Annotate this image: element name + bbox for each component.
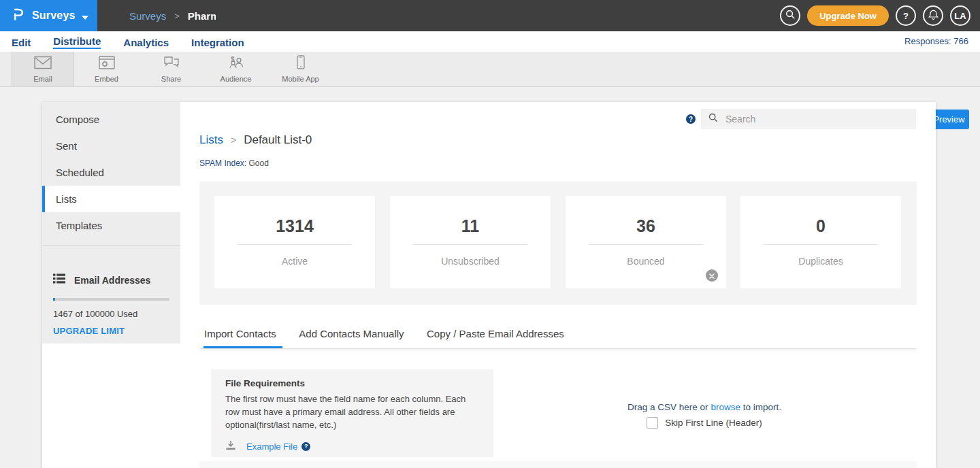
search-input[interactable] [724,113,909,125]
sidebar-item-lists[interactable]: Lists [42,186,180,212]
tab-copy-paste-email-addresses[interactable]: Copy / Paste Email Addresses [427,328,564,348]
skip-first-line-label: Skip First Line (Header) [665,418,762,428]
questionpro-logo-icon [11,6,26,25]
spam-index-value: Good [248,158,268,168]
avatar[interactable]: LA [950,5,970,26]
stat-value: 36 [566,216,726,236]
channel-label: Share [161,75,181,83]
search-icon [785,10,796,22]
channel-label: Audience [220,75,252,83]
sidebar-item-scheduled[interactable]: Scheduled [42,159,180,186]
spam-index: SPAM Index: Good [199,158,269,168]
stat-value: 0 [740,216,901,236]
embed-icon [99,56,115,72]
skip-first-line-row: Skip First Line (Header) [507,417,902,429]
help-button[interactable]: ? [896,5,916,26]
stat-divider [589,244,703,245]
breadcrumb-separator: > [231,135,236,146]
usage-progress-fill [53,298,55,301]
product-switcher[interactable]: Surveys [0,0,97,31]
breadcrumb-separator: > [174,11,180,21]
product-label: Surveys [32,10,76,22]
channel-label: Embed [95,75,118,83]
close-icon [709,269,715,282]
stat-card-duplicates: 0 Duplicates [740,196,901,288]
email-sidebar: Compose Sent Scheduled Lists Templates E… [42,102,180,344]
channel-mobile-app[interactable]: Mobile App [268,52,333,86]
tab-distribute[interactable]: Distribute [53,34,101,49]
audience-icon: $ [227,56,245,72]
lists-link[interactable]: Lists [199,133,223,147]
channel-audience[interactable]: $ Audience [203,52,268,86]
content-card: Compose Sent Scheduled Lists Templates E… [42,102,936,468]
email-addresses-section: Email Addresses 1467 of 100000 Used UPGR… [42,265,180,336]
sidebar-item-sent[interactable]: Sent [42,133,180,159]
responses-count[interactable]: Responses: 766 [904,36,968,46]
list-icon [53,273,65,286]
browse-link[interactable]: browse [710,402,740,412]
csv-dropzone[interactable]: Drag a CSV here or browse to import. [507,402,902,412]
stat-card-unsubscribed: 11 Unsubscribed [390,196,551,288]
email-addresses-title: Email Addresses [74,275,150,286]
email-sidebar-nav: Compose Sent Scheduled Lists Templates [42,102,180,239]
tab-add-contacts-manually[interactable]: Add Contacts Manually [299,328,404,348]
preview-label: Preview [933,114,964,124]
sidebar-divider [42,245,180,246]
channel-embed[interactable]: Embed [74,52,139,86]
stat-label: Active [214,256,375,267]
tab-import-contacts[interactable]: Import Contacts [204,328,276,348]
example-file-help-icon[interactable]: ? [301,442,310,451]
current-list-name: Default List-0 [244,133,312,147]
sidebar-item-compose[interactable]: Compose [42,106,180,133]
stat-value: 1314 [214,216,375,236]
stat-divider [413,244,527,245]
stat-divider [238,244,352,245]
breadcrumb-surveys-link[interactable]: Surveys [129,10,166,22]
contact-search[interactable] [701,109,916,129]
file-requirements-box: File Requirements The first row must hav… [211,369,493,457]
usage-progress-bar [53,298,169,301]
share-icon [163,56,180,72]
stat-label: Bounced [566,256,726,267]
clear-bounced-button[interactable] [706,269,718,282]
dropzone-text: to import. [740,402,781,412]
list-help-icon[interactable]: ? [686,114,696,124]
channel-share[interactable]: Share [139,52,203,86]
next-section-edge [199,461,917,468]
stat-card-active: 1314 Active [214,196,375,288]
download-icon [225,440,236,453]
channel-label: Email [33,75,52,83]
spam-index-label: SPAM Index: [199,158,246,168]
usage-text: 1467 of 100000 Used [53,309,169,319]
notifications-button[interactable] [923,5,943,26]
tab-edit[interactable]: Edit [12,35,31,48]
stat-value: 11 [390,216,551,236]
channel-email[interactable]: Email [12,52,74,86]
bell-icon [928,10,938,22]
survey-nav-row: Edit Distribute Analytics Integration Re… [0,31,980,52]
sidebar-item-templates[interactable]: Templates [42,212,180,239]
breadcrumb: Surveys > Pharma [129,0,216,31]
dropzone-text: Drag a CSV here or [627,402,710,412]
example-file-link[interactable]: Example File [246,441,297,452]
chevron-down-icon [82,10,88,22]
channel-label: Mobile App [282,75,318,83]
contact-tabs: Import Contacts Add Contacts Manually Co… [199,328,917,349]
upgrade-now-button[interactable]: Upgrade Now [807,5,889,26]
distribute-channels: Email Embed Share $ Audience Mobile App [0,52,980,86]
tab-analytics[interactable]: Analytics [123,35,169,48]
skip-first-line-checkbox[interactable] [647,417,658,429]
mobile-icon [297,55,305,72]
distribute-toolbar: Email Embed Share $ Audience Mobile App … [0,52,980,87]
top-bar-actions: Upgrade Now ? LA [780,5,970,26]
stat-label: Duplicates [740,256,901,267]
search-button[interactable] [780,5,800,26]
stat-card-bounced: 36 Bounced [566,196,726,288]
search-icon [708,113,718,125]
tab-integration[interactable]: Integration [191,35,244,48]
list-breadcrumb: Lists > Default List-0 [199,133,312,147]
breadcrumb-survey-name: Pharma [188,10,216,22]
upgrade-limit-link[interactable]: UPGRADE LIMIT [53,326,169,336]
stat-label: Unsubscribed [390,256,551,267]
file-requirements-title: File Requirements [225,378,479,388]
